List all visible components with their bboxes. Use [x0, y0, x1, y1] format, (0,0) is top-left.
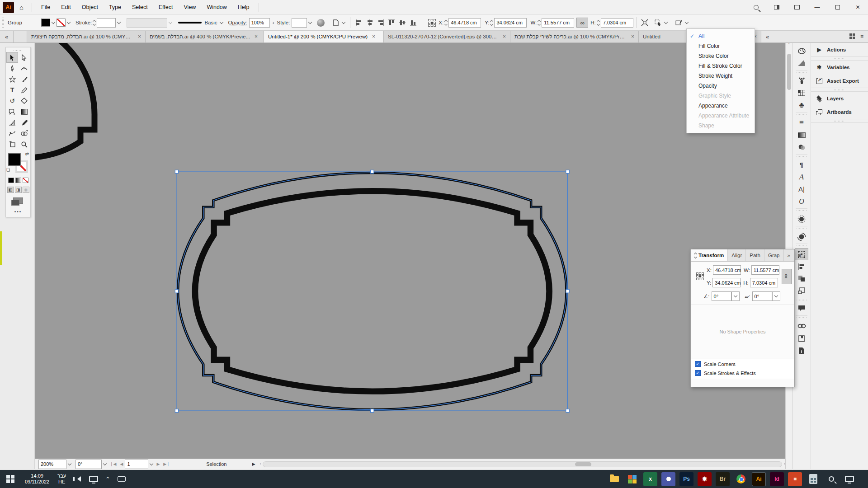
swap-fill-stroke-icon[interactable]: ⇄	[25, 151, 29, 156]
menu-item-opacity[interactable]: Opacity	[687, 81, 755, 91]
artboard-arrow[interactable]	[150, 461, 153, 465]
tab-close-icon[interactable]: ×	[631, 33, 634, 40]
first-artboard-icon[interactable]: ❘◀	[110, 462, 116, 466]
menu-item-fill-color[interactable]: Fill Color	[687, 41, 755, 51]
ty-field[interactable]: 34.0624 cm	[712, 278, 741, 287]
touch-keyboard-icon[interactable]	[118, 476, 126, 482]
y-field[interactable]: 34.0624 cm	[494, 18, 527, 28]
zoom-level-field[interactable]: 200%	[38, 460, 66, 469]
vscroll-up-icon[interactable]: ⌃	[788, 43, 791, 47]
document-setup-icon[interactable]	[331, 19, 340, 27]
pencil-tool[interactable]	[18, 84, 30, 95]
calculator-icon[interactable]	[806, 472, 820, 486]
file-explorer-icon[interactable]	[607, 472, 621, 486]
graphic-styles-panel-icon[interactable]	[795, 230, 808, 243]
teams-icon[interactable]	[661, 472, 675, 486]
align-right-icon[interactable]	[376, 19, 385, 27]
language-indicator[interactable]: עבר HE	[57, 473, 66, 485]
transform-options-icon[interactable]	[640, 19, 649, 27]
checkbox-checked-icon[interactable]: ✓	[695, 361, 701, 367]
dock-menu-icon[interactable]: ≡	[860, 33, 863, 40]
tab-transform[interactable]: Transform	[691, 249, 728, 261]
shape-builder-tool[interactable]	[18, 128, 30, 139]
eyedropper-tool[interactable]	[18, 117, 30, 128]
document-tab[interactable]: כריכה לשירי קבלת שבת.ai @ 100 % (CMYK/Pr…	[510, 31, 639, 42]
align-bottom-icon[interactable]	[409, 19, 418, 27]
menu-window[interactable]: Window	[201, 0, 232, 15]
artboard-tool[interactable]	[6, 139, 18, 150]
style-field[interactable]	[292, 18, 307, 28]
scale-strokes-checkbox[interactable]: ✓ Scale Strokes & Effects	[695, 370, 790, 376]
menu-item-all[interactable]: ✓ All	[687, 31, 755, 41]
transform-reference-point[interactable]	[696, 272, 704, 280]
excel-icon[interactable]: x	[643, 472, 657, 486]
fill-swatch[interactable]	[41, 19, 50, 27]
align-panel-icon[interactable]	[795, 260, 808, 272]
h-field[interactable]: 7.0304 cm	[601, 18, 633, 28]
isolate-object-arrow[interactable]	[685, 20, 689, 23]
opentype-panel-icon[interactable]: O	[795, 195, 808, 207]
w-stepper[interactable]	[538, 20, 540, 25]
more-tools-icon[interactable]: •••	[7, 209, 29, 214]
tray-expand-icon[interactable]: ⌃	[105, 476, 110, 483]
panel-artboards[interactable]: Artboards	[811, 105, 868, 119]
menu-item-appearance[interactable]: Appearance	[687, 101, 755, 111]
canvas[interactable]	[35, 43, 785, 459]
dock-collapse-icon[interactable]: «	[766, 33, 769, 40]
rotation-arrow[interactable]	[103, 461, 107, 465]
y-stepper[interactable]	[491, 20, 493, 25]
puppet-warp-tool[interactable]	[6, 128, 18, 139]
panels-icon[interactable]	[787, 0, 807, 14]
select-similar-icon[interactable]	[654, 19, 663, 27]
comments-panel-icon[interactable]	[795, 302, 808, 314]
tw-field[interactable]: 11.5577 cm	[751, 265, 779, 275]
select-similar-arrow[interactable]	[664, 20, 668, 23]
scale-corners-checkbox[interactable]: ✓ Scale Corners	[695, 361, 790, 367]
opacity-field[interactable]: 100%	[249, 18, 270, 28]
hscroll-thumb[interactable]	[575, 462, 591, 466]
align-top-icon[interactable]	[387, 19, 396, 27]
menu-select[interactable]: Select	[127, 0, 153, 15]
partial-frame-artwork[interactable]	[35, 43, 94, 158]
menu-item-stroke-weight[interactable]: Stroke Weight	[687, 71, 755, 81]
rotate-field[interactable]: 0°	[712, 291, 731, 301]
links-panel-icon[interactable]	[795, 320, 808, 332]
fill-stroke-indicator[interactable]: ⇄ ❏	[8, 153, 28, 173]
document-tab[interactable]: SL-011320-27070-12 [Converted].eps @ 300…	[384, 31, 510, 42]
w-field[interactable]: 11.5577 cm	[542, 18, 574, 28]
constrain-proportions-link[interactable]: ∞	[576, 18, 588, 28]
menu-effect[interactable]: Effect	[153, 0, 179, 15]
minimize-button[interactable]: —	[807, 0, 827, 14]
tab-close-icon[interactable]: ×	[503, 33, 506, 40]
direct-selection-tool[interactable]	[18, 52, 30, 63]
prev-artboard-icon[interactable]: ◀	[120, 462, 123, 466]
last-artboard-icon[interactable]: ▶❘	[163, 462, 170, 466]
hscroll-left-icon[interactable]: ‹	[260, 462, 261, 466]
menu-file[interactable]: File	[36, 0, 56, 15]
opacity-label[interactable]: Opacity:	[228, 20, 247, 25]
stroke-weight-arrow[interactable]	[117, 20, 121, 23]
taskbar-search-icon[interactable]	[824, 472, 838, 486]
gradient-panel-icon[interactable]	[795, 129, 808, 141]
display-tray-icon[interactable]	[89, 476, 98, 482]
th-field[interactable]: 7.0304 cm	[750, 278, 778, 287]
constrain-wh-link[interactable]: ∞	[782, 269, 792, 284]
shear-dropdown[interactable]	[772, 291, 780, 301]
swatches-panel-icon[interactable]	[795, 87, 808, 99]
draw-normal-mode[interactable]: ◧	[7, 187, 14, 193]
isolate-object-icon[interactable]	[675, 19, 684, 27]
curvature-tool[interactable]	[18, 63, 30, 74]
color-guide-panel-icon[interactable]	[795, 57, 808, 69]
more-tabs-icon[interactable]: »	[784, 249, 794, 261]
document-tab[interactable]: הבדלה, מדבקה חיצונית.ai @ 100 % (CMYK/Pr…	[27, 31, 146, 42]
panel-group-divider[interactable]	[811, 119, 868, 123]
document-setup-arrow[interactable]	[342, 20, 345, 23]
selection-handles[interactable]	[175, 170, 569, 412]
tab-close-icon[interactable]: ×	[372, 33, 375, 40]
document-info-panel-icon[interactable]	[795, 344, 808, 357]
frame-inner-path[interactable]	[195, 191, 549, 391]
artboard-number-field[interactable]: 1	[125, 460, 148, 469]
glyphs-panel-icon[interactable]: A	[795, 171, 808, 183]
home-icon[interactable]: ⌂	[19, 4, 24, 11]
panel-variables[interactable]: ✱ Variables	[811, 61, 868, 74]
